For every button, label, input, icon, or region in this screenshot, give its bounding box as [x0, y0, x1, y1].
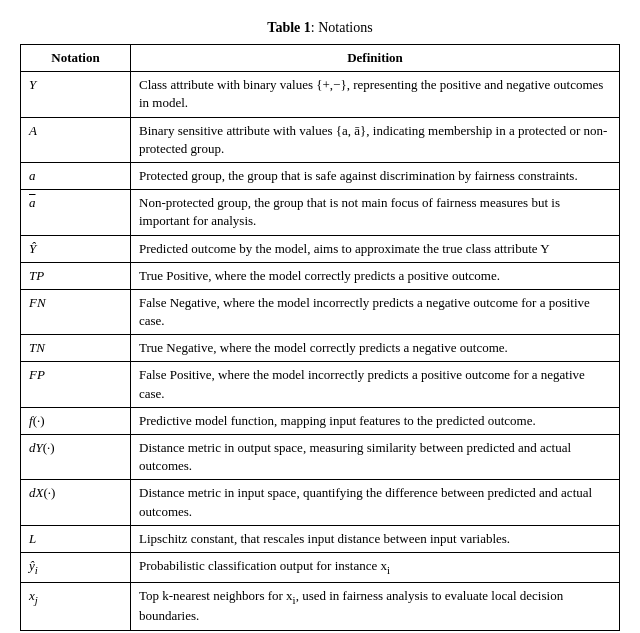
notation-cell: FN	[21, 289, 131, 334]
notation-cell: a	[21, 162, 131, 189]
notation-cell: dX(·)	[21, 480, 131, 525]
definition-cell: Distance metric in input space, quantify…	[131, 480, 620, 525]
table-row: YClass attribute with binary values {+,−…	[21, 72, 620, 117]
table-row: TPTrue Positive, where the model correct…	[21, 262, 620, 289]
notation-cell: A	[21, 117, 131, 162]
notation-cell: Ŷ	[21, 235, 131, 262]
notation-cell: ŷi	[21, 552, 131, 582]
definition-cell: Binary sensitive attribute with values {…	[131, 117, 620, 162]
table-row: dY(·)Distance metric in output space, me…	[21, 435, 620, 480]
table-row: aNon-protected group, the group that is …	[21, 190, 620, 235]
notation-cell: FP	[21, 362, 131, 407]
definition-cell: True Negative, where the model correctly…	[131, 335, 620, 362]
definition-cell: Distance metric in output space, measuri…	[131, 435, 620, 480]
table-row: ŷiProbabilistic classification output fo…	[21, 552, 620, 582]
table-container: Table 1: Notations Notation Definition Y…	[20, 20, 620, 631]
notation-cell: a	[21, 190, 131, 235]
table-row: f(·)Predictive model function, mapping i…	[21, 407, 620, 434]
definition-cell: Protected group, the group that is safe …	[131, 162, 620, 189]
table-title: Table 1: Notations	[20, 20, 620, 36]
table-row: aProtected group, the group that is safe…	[21, 162, 620, 189]
table-row: LLipschitz constant, that rescales input…	[21, 525, 620, 552]
definition-cell: Predictive model function, mapping input…	[131, 407, 620, 434]
table-row: ŶPredicted outcome by the model, aims to…	[21, 235, 620, 262]
definition-cell: Top k-nearest neighbors for xi, used in …	[131, 582, 620, 630]
definition-cell: False Positive, where the model incorrec…	[131, 362, 620, 407]
table-row: ABinary sensitive attribute with values …	[21, 117, 620, 162]
table-row: dX(·)Distance metric in input space, qua…	[21, 480, 620, 525]
definition-cell: Predicted outcome by the model, aims to …	[131, 235, 620, 262]
definition-cell: True Positive, where the model correctly…	[131, 262, 620, 289]
table-row: xjTop k-nearest neighbors for xi, used i…	[21, 582, 620, 630]
notation-cell: dY(·)	[21, 435, 131, 480]
header-definition: Definition	[131, 45, 620, 72]
table-row: FNFalse Negative, where the model incorr…	[21, 289, 620, 334]
notations-table: Notation Definition YClass attribute wit…	[20, 44, 620, 631]
definition-cell: False Negative, where the model incorrec…	[131, 289, 620, 334]
definition-cell: Probabilistic classification output for …	[131, 552, 620, 582]
definition-cell: Non-protected group, the group that is n…	[131, 190, 620, 235]
notation-cell: L	[21, 525, 131, 552]
notation-cell: Y	[21, 72, 131, 117]
notation-cell: xj	[21, 582, 131, 630]
definition-cell: Class attribute with binary values {+,−}…	[131, 72, 620, 117]
header-notation: Notation	[21, 45, 131, 72]
table-row: FPFalse Positive, where the model incorr…	[21, 362, 620, 407]
notation-cell: TP	[21, 262, 131, 289]
notation-cell: TN	[21, 335, 131, 362]
definition-cell: Lipschitz constant, that rescales input …	[131, 525, 620, 552]
table-row: TNTrue Negative, where the model correct…	[21, 335, 620, 362]
notation-cell: f(·)	[21, 407, 131, 434]
